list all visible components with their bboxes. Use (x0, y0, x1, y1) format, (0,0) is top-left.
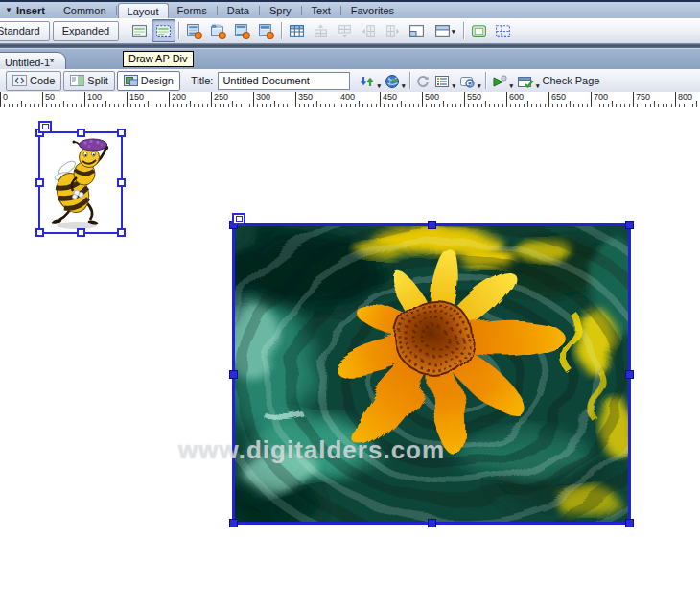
toolbar-separator (409, 72, 410, 89)
design-canvas[interactable]: www.digitalders.com (0, 107, 700, 609)
insert-tab-layout[interactable]: Layout (118, 3, 169, 18)
resize-handle-w[interactable] (35, 178, 44, 187)
resize-handle-sw[interactable] (35, 228, 44, 237)
ruler-label: 750 (633, 92, 650, 106)
insert-row-below-icon (337, 23, 353, 39)
ap-div-flower[interactable] (232, 223, 631, 525)
insert-row-below-button (333, 19, 357, 42)
resize-handle-sw[interactable] (229, 519, 238, 527)
document-tab[interactable]: Untitled-1* (0, 52, 66, 71)
ruler-label: 0 (0, 92, 8, 106)
toolbar-separator (485, 72, 486, 89)
resize-handle-s[interactable] (77, 228, 85, 237)
insert-table-button[interactable] (285, 19, 309, 42)
spry-tabbed-panels-icon (210, 23, 226, 39)
dropdown-arrow-icon: ▾ (377, 82, 381, 89)
dropdown-arrow-icon: ▾ (452, 82, 455, 89)
insert-tab-common[interactable]: Common (55, 2, 115, 18)
insert-tab-forms[interactable]: Forms (169, 2, 216, 18)
refresh-icon (415, 74, 431, 89)
ruler-label: 150 (127, 92, 144, 106)
ruler-label: 550 (464, 92, 481, 106)
split-icon (70, 75, 84, 86)
insert-tab-data[interactable]: Data (219, 2, 258, 18)
preview-in-browser-button[interactable]: ▾ (385, 72, 406, 89)
resize-handle-e[interactable] (117, 178, 126, 187)
ruler: 0501001502002503003504004505005506006507… (0, 92, 700, 108)
refresh-design-view-button[interactable] (415, 72, 431, 89)
draw-ap-div-button[interactable] (152, 19, 175, 42)
title-input[interactable] (218, 72, 350, 90)
insert-column-left-icon (361, 23, 377, 39)
spry-menu-bar-icon (186, 23, 202, 39)
frameset-icon (495, 23, 511, 39)
insert-div-tag-button[interactable] (128, 19, 152, 42)
view-options-button[interactable]: ▾ (434, 72, 455, 89)
insert-tab-favorites[interactable]: Favorites (342, 2, 403, 18)
spry-accordion-icon (234, 23, 250, 39)
design-view-button[interactable]: Design (117, 71, 180, 91)
iframe-icon (471, 23, 487, 39)
frame-icon (408, 23, 425, 39)
ruler-label: 450 (380, 92, 397, 106)
resize-handle-ne[interactable] (117, 129, 126, 137)
check-page-button[interactable]: ▾ (517, 72, 540, 89)
split-view-label: Split (87, 75, 107, 86)
insert-panel-title[interactable]: ▼ Insert (0, 2, 55, 18)
toolbar-separator (178, 22, 179, 39)
code-view-button[interactable]: Code (6, 71, 61, 91)
spry-menu-bar-button[interactable] (182, 19, 206, 42)
view-options-icon (434, 74, 451, 89)
document-toolbar: Code Split Design Title: ▾ ▾ (0, 69, 700, 93)
insert-column-right-icon (385, 23, 401, 39)
bee-image[interactable] (40, 133, 121, 232)
spry-accordion-button[interactable] (230, 19, 254, 42)
frameset-button[interactable] (491, 19, 515, 42)
title-label: Title: (191, 75, 213, 86)
file-management-icon (359, 74, 376, 89)
frames-icon (434, 23, 451, 39)
ruler-label: 200 (169, 92, 186, 106)
insert-tab-spry[interactable]: Spry (261, 2, 300, 18)
resize-handle-e[interactable] (625, 370, 634, 379)
ruler-label: 700 (591, 92, 608, 106)
resize-handle-s[interactable] (428, 519, 436, 527)
resize-handle-ne[interactable] (625, 221, 634, 229)
file-management-button[interactable]: ▾ (359, 72, 381, 89)
frames-dropdown-button[interactable]: ▾ (429, 19, 460, 42)
dropdown-arrow-icon: ▾ (536, 82, 540, 89)
visual-aids-button[interactable]: ▾ (459, 72, 481, 89)
ruler-label: 500 (422, 92, 439, 106)
resize-handle-n[interactable] (428, 221, 436, 229)
flower-image[interactable] (235, 226, 628, 522)
insert-table-icon (289, 23, 305, 39)
iframe-button[interactable] (467, 19, 491, 42)
code-icon (12, 75, 27, 86)
validate-markup-icon (491, 74, 508, 89)
split-view-button[interactable]: Split (63, 71, 114, 91)
insert-panel-label: Insert (16, 5, 45, 16)
frame-button[interactable] (405, 19, 429, 42)
ap-div-bee[interactable] (38, 131, 123, 234)
dropdown-arrow-icon: ▾ (509, 82, 513, 89)
validate-markup-button[interactable]: ▾ (491, 72, 513, 89)
document-tab-bar: Untitled-1* (0, 48, 700, 70)
insert-row-above-icon (313, 23, 329, 39)
resize-handle-n[interactable] (77, 129, 85, 137)
standard-mode-button[interactable]: Standard (0, 21, 50, 41)
spry-tabbed-panels-button[interactable] (206, 19, 230, 42)
expanded-mode-button[interactable]: Expanded (53, 21, 120, 41)
ruler-label: 600 (506, 92, 524, 106)
visual-aids-eye-icon (459, 74, 477, 89)
ap-div-anchor-icon[interactable] (232, 213, 245, 225)
resize-handle-se[interactable] (117, 228, 126, 237)
resize-handle-w[interactable] (229, 370, 238, 379)
resize-handle-se[interactable] (625, 519, 634, 527)
insert-tab-text[interactable]: Text (303, 2, 339, 18)
toolbar-separator (281, 22, 282, 39)
spry-collapsible-panel-button[interactable] (254, 19, 278, 42)
insert-row-above-button (309, 19, 333, 42)
check-page-label[interactable]: Check Page (542, 75, 599, 86)
layout-insert-toolbar: Standard Expanded (0, 18, 700, 43)
ap-div-anchor-icon[interactable] (38, 121, 52, 133)
